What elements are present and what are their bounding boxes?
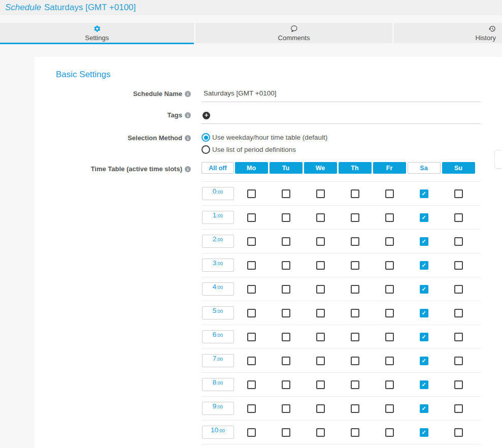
timeslot-checkbox-tu-5[interactable]: [282, 309, 290, 317]
timeslot-checkbox-sa-1[interactable]: ✓: [420, 213, 428, 222]
side-panel-handle[interactable]: [494, 150, 502, 169]
timeslot-checkbox-th-1[interactable]: [351, 213, 359, 222]
timeslot-checkbox-su-8[interactable]: [454, 380, 463, 389]
timeslot-checkbox-fr-9[interactable]: [385, 404, 394, 413]
timeslot-checkbox-sa-2[interactable]: ✓: [420, 237, 428, 246]
timeslot-checkbox-su-9[interactable]: [454, 404, 463, 413]
timeslot-checkbox-tu-7[interactable]: [282, 357, 290, 365]
timeslot-checkbox-th-10[interactable]: [351, 428, 359, 437]
timeslot-checkbox-mo-9[interactable]: [247, 404, 256, 413]
timeslot-checkbox-we-0[interactable]: [316, 189, 325, 198]
hour-row-button-3[interactable]: 3:00: [202, 259, 234, 272]
radio-selected-icon[interactable]: [202, 133, 210, 142]
timeslot-checkbox-th-4[interactable]: [351, 285, 359, 294]
hour-row-button-6[interactable]: 6:00: [202, 330, 234, 343]
timeslot-checkbox-mo-4[interactable]: [247, 285, 256, 294]
timeslot-checkbox-sa-5[interactable]: ✓: [420, 309, 428, 317]
all-off-button[interactable]: All off: [202, 162, 234, 174]
timeslot-checkbox-su-7[interactable]: [454, 357, 463, 365]
timeslot-checkbox-sa-3[interactable]: ✓: [420, 261, 428, 270]
tab-comments[interactable]: Comments: [195, 23, 392, 43]
day-column-button-su[interactable]: Su: [442, 162, 475, 174]
timeslot-checkbox-tu-4[interactable]: [282, 285, 290, 294]
timeslot-checkbox-su-4[interactable]: [454, 285, 463, 294]
schedule-name-input[interactable]: [202, 88, 481, 102]
radio-option-period-definitions[interactable]: Use list of period definitions: [202, 145, 481, 154]
timeslot-checkbox-mo-7[interactable]: [247, 357, 256, 365]
hour-row-button-4[interactable]: 4:00: [202, 282, 234, 296]
timeslot-checkbox-mo-8[interactable]: [247, 380, 256, 389]
timeslot-checkbox-we-5[interactable]: [316, 309, 325, 317]
timeslot-checkbox-su-2[interactable]: [454, 237, 463, 246]
timeslot-checkbox-fr-8[interactable]: [385, 380, 394, 389]
timeslot-checkbox-su-6[interactable]: [454, 333, 463, 341]
timeslot-checkbox-th-8[interactable]: [351, 380, 359, 389]
info-icon[interactable]: i: [185, 135, 191, 141]
hour-row-button-0[interactable]: 0:00: [202, 187, 234, 200]
timeslot-checkbox-th-0[interactable]: [351, 189, 359, 198]
timeslot-checkbox-mo-3[interactable]: [247, 261, 256, 270]
timeslot-checkbox-th-3[interactable]: [351, 261, 359, 270]
timeslot-checkbox-mo-10[interactable]: [247, 428, 256, 437]
timeslot-checkbox-tu-0[interactable]: [282, 189, 290, 198]
timeslot-checkbox-sa-8[interactable]: ✓: [420, 380, 428, 389]
hour-row-button-10[interactable]: 10:00: [202, 426, 234, 439]
timeslot-checkbox-tu-8[interactable]: [282, 380, 290, 389]
timeslot-checkbox-tu-10[interactable]: [282, 428, 290, 437]
timeslot-checkbox-tu-1[interactable]: [282, 213, 290, 222]
timeslot-checkbox-we-8[interactable]: [316, 380, 325, 389]
timeslot-checkbox-mo-0[interactable]: [247, 189, 256, 198]
timeslot-checkbox-fr-1[interactable]: [385, 213, 394, 222]
day-column-button-mo[interactable]: Mo: [235, 162, 268, 174]
timeslot-checkbox-fr-7[interactable]: [385, 357, 394, 365]
day-column-button-sa[interactable]: Sa: [408, 162, 441, 174]
timeslot-checkbox-fr-10[interactable]: [385, 428, 394, 437]
hour-row-button-2[interactable]: 2:00: [202, 235, 234, 248]
hour-row-button-8[interactable]: 8:00: [202, 378, 234, 391]
timeslot-checkbox-sa-0[interactable]: ✓: [420, 189, 428, 198]
timeslot-checkbox-su-3[interactable]: [454, 261, 463, 270]
timeslot-checkbox-su-0[interactable]: [454, 189, 463, 198]
timeslot-checkbox-fr-5[interactable]: [385, 309, 394, 317]
timeslot-checkbox-sa-4[interactable]: ✓: [420, 285, 428, 294]
hour-row-button-9[interactable]: 9:00: [202, 402, 234, 415]
timeslot-checkbox-tu-2[interactable]: [282, 237, 290, 246]
hour-row-button-7[interactable]: 7:00: [202, 354, 234, 367]
timeslot-checkbox-th-7[interactable]: [351, 357, 359, 365]
timeslot-checkbox-th-2[interactable]: [351, 237, 359, 246]
day-column-button-th[interactable]: Th: [339, 162, 372, 174]
day-column-button-tu[interactable]: Tu: [270, 162, 303, 174]
day-column-button-we[interactable]: We: [304, 162, 337, 174]
timeslot-checkbox-we-3[interactable]: [316, 261, 325, 270]
timeslot-checkbox-sa-10[interactable]: ✓: [420, 428, 428, 437]
timeslot-checkbox-fr-6[interactable]: [385, 333, 394, 341]
info-icon[interactable]: i: [185, 91, 191, 97]
tab-history[interactable]: History: [394, 23, 502, 43]
timeslot-checkbox-fr-0[interactable]: [385, 189, 394, 198]
timeslot-checkbox-fr-2[interactable]: [385, 237, 394, 246]
radio-unselected-icon[interactable]: [202, 145, 210, 154]
timeslot-checkbox-we-7[interactable]: [316, 357, 325, 365]
timeslot-checkbox-tu-9[interactable]: [282, 404, 290, 413]
timeslot-checkbox-sa-6[interactable]: ✓: [420, 333, 428, 341]
add-tag-button[interactable]: +: [203, 112, 210, 119]
timeslot-checkbox-su-10[interactable]: [454, 428, 463, 437]
timeslot-checkbox-mo-1[interactable]: [247, 213, 256, 222]
timeslot-checkbox-mo-2[interactable]: [247, 237, 256, 246]
timeslot-checkbox-mo-5[interactable]: [247, 309, 256, 317]
info-icon[interactable]: i: [185, 112, 191, 118]
timeslot-checkbox-fr-3[interactable]: [385, 261, 394, 270]
timeslot-checkbox-we-9[interactable]: [316, 404, 325, 413]
timeslot-checkbox-th-9[interactable]: [351, 404, 359, 413]
timeslot-checkbox-tu-6[interactable]: [282, 333, 290, 341]
timeslot-checkbox-we-10[interactable]: [316, 428, 325, 437]
timeslot-checkbox-th-6[interactable]: [351, 333, 359, 341]
hour-row-button-5[interactable]: 5:00: [202, 306, 234, 319]
tab-settings[interactable]: Settings: [0, 23, 194, 43]
timeslot-checkbox-fr-4[interactable]: [385, 285, 394, 294]
timeslot-checkbox-su-5[interactable]: [454, 309, 463, 317]
timeslot-checkbox-tu-3[interactable]: [282, 261, 290, 270]
timeslot-checkbox-su-1[interactable]: [454, 213, 463, 222]
timeslot-checkbox-we-4[interactable]: [316, 285, 325, 294]
timeslot-checkbox-sa-7[interactable]: ✓: [420, 357, 428, 365]
